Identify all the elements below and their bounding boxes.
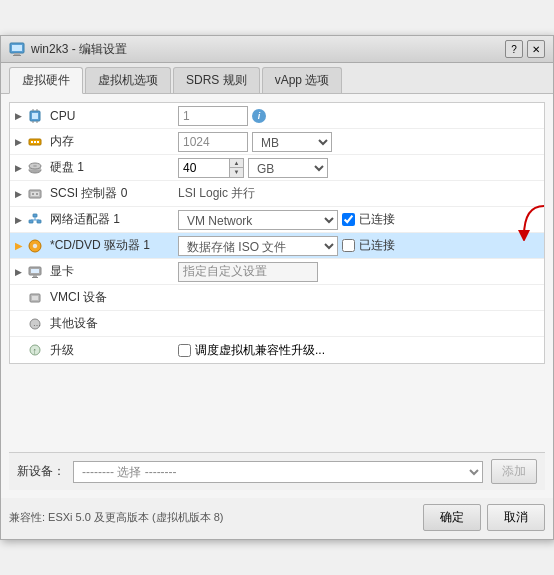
- cpu-expander[interactable]: ▶: [10, 111, 26, 121]
- scsi0-text: LSI Logic 并行: [178, 185, 255, 202]
- disk1-expander[interactable]: ▶: [10, 163, 26, 173]
- display-input[interactable]: [178, 262, 318, 282]
- cddvd1-label: *CD/DVD 驱动器 1: [48, 237, 178, 254]
- content-spacer: [9, 364, 545, 444]
- svg-rect-3: [13, 55, 21, 56]
- tab-virtual-hardware[interactable]: 虚拟硬件: [9, 67, 83, 94]
- memory-input[interactable]: [178, 132, 248, 152]
- new-device-bar: 新设备： -------- 选择 -------- 添加: [9, 452, 545, 490]
- net1-checkbox[interactable]: [342, 213, 355, 226]
- tab-vapp[interactable]: vApp 选项: [262, 67, 343, 93]
- svg-rect-11: [31, 141, 33, 143]
- memory-unit-select[interactable]: MB GB: [252, 132, 332, 152]
- disk1-value: ▲ ▼ GB MB: [178, 158, 544, 178]
- help-button[interactable]: ?: [505, 40, 523, 58]
- other-label: 其他设备: [48, 315, 178, 332]
- hw-row-other[interactable]: ⋯ 其他设备: [10, 311, 544, 337]
- disk1-spin-buttons: ▲ ▼: [229, 159, 243, 177]
- close-button[interactable]: ✕: [527, 40, 545, 58]
- display-label: 显卡: [48, 263, 178, 280]
- memory-value: MB GB: [178, 132, 544, 152]
- display-icon: [26, 263, 44, 281]
- svg-rect-13: [37, 141, 39, 143]
- other-icon: ⋯: [26, 315, 44, 333]
- disk1-spin-up[interactable]: ▲: [229, 159, 243, 168]
- vmci-label: VMCI 设备: [48, 289, 178, 306]
- cancel-button[interactable]: 取消: [487, 504, 545, 531]
- net1-connected: 已连接: [342, 211, 395, 228]
- hw-row-display[interactable]: ▶ 显卡: [10, 259, 544, 285]
- scsi0-value: LSI Logic 并行: [178, 185, 544, 202]
- red-arrow-annotation: [504, 201, 554, 241]
- main-window: win2k3 - 编辑设置 ? ✕ 虚拟硬件 虚拟机选项 SDRS 规则 vAp…: [0, 35, 554, 540]
- disk1-icon: [26, 159, 44, 177]
- footer: 兼容性: ESXi 5.0 及更高版本 (虚拟机版本 8) 确定 取消: [1, 498, 553, 539]
- scsi0-icon: [26, 185, 44, 203]
- new-device-select[interactable]: -------- 选择 --------: [73, 461, 483, 483]
- hw-row-cddvd1[interactable]: ▶ *CD/DVD 驱动器 1 数据存储 ISO 文件 已连接: [10, 233, 544, 259]
- cpu-value: i: [178, 106, 544, 126]
- hw-row-disk1[interactable]: ▶ 硬盘 1 ▲ ▼ GB MB: [10, 155, 544, 181]
- tab-sdrs[interactable]: SDRS 规则: [173, 67, 260, 93]
- disk1-input[interactable]: [179, 159, 229, 177]
- hardware-list: ▶ CPU i ▶ 内存 M: [9, 102, 545, 364]
- tabs-bar: 虚拟硬件 虚拟机选项 SDRS 规则 vApp 选项: [1, 63, 553, 94]
- new-device-label: 新设备：: [17, 463, 65, 480]
- cddvd1-checkbox[interactable]: [342, 239, 355, 252]
- hw-row-upgrade[interactable]: ↑ 升级 调度虚拟机兼容性升级...: [10, 337, 544, 363]
- svg-rect-37: [32, 296, 38, 300]
- window-title: win2k3 - 编辑设置: [31, 41, 127, 58]
- svg-point-21: [36, 193, 38, 195]
- add-device-button[interactable]: 添加: [491, 459, 537, 484]
- svg-text:↑: ↑: [33, 346, 38, 356]
- vmci-icon: [26, 289, 44, 307]
- cddvd1-expander[interactable]: ▶: [10, 241, 26, 251]
- ok-button[interactable]: 确定: [423, 504, 481, 531]
- svg-rect-1: [12, 45, 22, 51]
- upgrade-value: 调度虚拟机兼容性升级...: [178, 342, 544, 359]
- vm-icon: [9, 41, 25, 57]
- svg-point-30: [34, 245, 36, 247]
- title-bar: win2k3 - 编辑设置 ? ✕: [1, 36, 553, 63]
- cddvd1-connected: 已连接: [342, 237, 395, 254]
- display-expander[interactable]: ▶: [10, 267, 26, 277]
- display-value: [178, 262, 544, 282]
- hw-row-cpu[interactable]: ▶ CPU i: [10, 103, 544, 129]
- net1-value: VM Network 已连接: [178, 210, 544, 230]
- svg-rect-33: [31, 269, 39, 273]
- footer-buttons: 确定 取消: [423, 504, 545, 531]
- disk1-unit-select[interactable]: GB MB: [248, 158, 328, 178]
- memory-expander[interactable]: ▶: [10, 137, 26, 147]
- cpu-input[interactable]: [178, 106, 248, 126]
- net1-connected-label: 已连接: [359, 211, 395, 228]
- cpu-info-icon[interactable]: i: [252, 109, 266, 123]
- upgrade-checkbox[interactable]: [178, 344, 191, 357]
- net1-expander[interactable]: ▶: [10, 215, 26, 225]
- svg-point-17: [33, 165, 37, 167]
- cpu-label: CPU: [48, 109, 178, 123]
- cddvd1-connected-label: 已连接: [359, 237, 395, 254]
- tab-vm-options[interactable]: 虚拟机选项: [85, 67, 171, 93]
- cddvd1-icon: [26, 237, 44, 255]
- svg-rect-5: [32, 113, 38, 119]
- title-bar-controls: ? ✕: [505, 40, 545, 58]
- svg-rect-35: [32, 277, 38, 278]
- net1-select[interactable]: VM Network: [178, 210, 338, 230]
- scsi0-label: SCSI 控制器 0: [48, 185, 178, 202]
- hw-row-scsi0[interactable]: ▶ SCSI 控制器 0 LSI Logic 并行: [10, 181, 544, 207]
- disk1-spin-down[interactable]: ▼: [229, 168, 243, 177]
- hw-row-vmci[interactable]: VMCI 设备: [10, 285, 544, 311]
- title-bar-left: win2k3 - 编辑设置: [9, 41, 127, 58]
- cpu-icon: [26, 107, 44, 125]
- hw-row-memory[interactable]: ▶ 内存 MB GB: [10, 129, 544, 155]
- disk1-label: 硬盘 1: [48, 159, 178, 176]
- scsi0-expander[interactable]: ▶: [10, 189, 26, 199]
- content-area: ▶ CPU i ▶ 内存 M: [1, 94, 553, 498]
- svg-rect-34: [33, 275, 37, 277]
- net1-icon: [26, 211, 44, 229]
- cddvd1-select[interactable]: 数据存储 ISO 文件: [178, 236, 338, 256]
- cddvd1-value: 数据存储 ISO 文件 已连接: [178, 236, 544, 256]
- hw-row-net1[interactable]: ▶ 网络适配器 1 VM Network 已连接: [10, 207, 544, 233]
- svg-rect-2: [14, 53, 20, 55]
- disk1-spinbox: ▲ ▼: [178, 158, 244, 178]
